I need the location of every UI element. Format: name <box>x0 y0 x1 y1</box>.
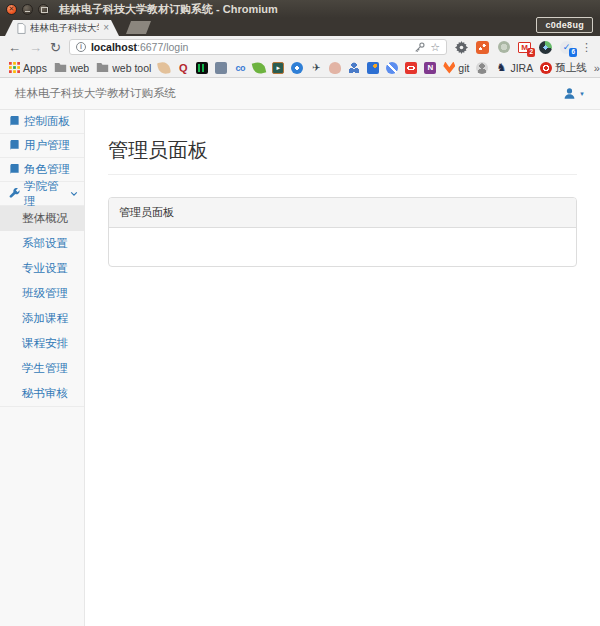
folder-icon <box>96 62 109 73</box>
quill-favicon[interactable] <box>157 61 171 75</box>
folder-label: web tool <box>112 62 151 74</box>
bookmarks-bar: Apps web web tool Q co ▸ ✈ N git ♞ <box>0 58 600 78</box>
forward-icon[interactable]: → <box>29 41 42 54</box>
sidebar-subitem-classes[interactable]: 班级管理 <box>0 281 84 306</box>
window-maximize-button[interactable] <box>38 4 49 15</box>
bookmark-preonline[interactable]: 预上线 <box>540 61 587 75</box>
preonline-label: 预上线 <box>555 61 587 75</box>
sidebar: 控制面板 用户管理 角色管理 学院管理 整体概况 系部设置 <box>0 110 85 626</box>
tasks-extension-icon[interactable]: ✓ 6 <box>560 41 573 54</box>
tri-circle-favicon[interactable] <box>348 62 360 74</box>
back-icon[interactable]: ← <box>8 41 21 54</box>
site-info-icon[interactable]: i <box>76 42 86 52</box>
window-close-button[interactable] <box>6 4 17 15</box>
browser-menu-icon[interactable]: ⋮ <box>581 41 592 54</box>
folder-icon <box>54 62 67 73</box>
overlay-badge: c0de8ug <box>536 17 593 33</box>
gitlab-fox-icon <box>443 62 455 74</box>
plane-favicon[interactable]: ✈ <box>310 62 322 74</box>
play-favicon[interactable]: ▸ <box>272 62 284 74</box>
bookmark-jira[interactable]: ♞ JIRA <box>495 62 533 74</box>
tab-strip: 桂林电子科技大学教材订购系统 × c0de8ug <box>0 18 600 36</box>
photo-favicon[interactable] <box>367 62 379 74</box>
tab-title: 桂林电子科技大学教材订购系统 <box>30 22 99 35</box>
chevron-down-icon <box>70 190 78 198</box>
sidebar-subitem-departments[interactable]: 系部设置 <box>0 231 84 256</box>
spring-leaf-favicon[interactable] <box>252 60 267 75</box>
window-minimize-button[interactable] <box>22 4 33 15</box>
password-key-icon[interactable] <box>414 42 425 53</box>
page-title: 管理员面板 <box>108 137 577 175</box>
jira-label: JIRA <box>510 62 533 74</box>
site-content: 控制面板 用户管理 角色管理 学院管理 整体概况 系部设置 <box>0 110 600 626</box>
bookmark-star-icon[interactable]: ☆ <box>430 42 440 53</box>
folder-label: web <box>70 62 89 74</box>
hand-favicon[interactable] <box>329 62 341 74</box>
sidebar-item-users[interactable]: 用户管理 <box>0 134 84 158</box>
proxy-extension-icon[interactable] <box>539 41 552 54</box>
site-brand[interactable]: 桂林电子科技大学教材订购系统 <box>15 86 176 101</box>
sidebar-submenu: 整体概况 系部设置 专业设置 班级管理 添加课程 课程安排 学生管理 秘书审核 <box>0 206 84 407</box>
admin-panel: 管理员面板 <box>108 197 577 267</box>
blue-circle-favicon[interactable] <box>291 62 303 74</box>
sidebar-subitem-majors[interactable]: 专业设置 <box>0 256 84 281</box>
panel-body <box>109 228 576 266</box>
apps-shortcut[interactable]: Apps <box>9 62 47 74</box>
onenote-favicon[interactable]: N <box>424 62 436 74</box>
sidebar-subitem-secretary-review[interactable]: 秘书审核 <box>0 381 84 406</box>
panel-heading: 管理员面板 <box>109 198 576 228</box>
bookmark-folder-webtool[interactable]: web tool <box>96 62 151 74</box>
sidebar-subitem-course-schedule[interactable]: 课程安排 <box>0 331 84 356</box>
q-favicon[interactable]: Q <box>177 62 189 74</box>
book-icon <box>9 140 20 151</box>
co-favicon[interactable]: co <box>234 62 246 74</box>
sidebar-subitem-add-course[interactable]: 添加课程 <box>0 306 84 331</box>
terminal-favicon[interactable] <box>196 62 208 74</box>
book-icon <box>9 116 20 127</box>
extension-muted-icon[interactable] <box>497 41 510 54</box>
screen: 桂林电子科技大学教材订购系统 - Chromium 桂林电子科技大学教材订购系统… <box>0 0 600 626</box>
url-text[interactable]: localhost:6677/login <box>91 41 409 53</box>
reload-icon[interactable]: ↻ <box>50 41 61 54</box>
sidebar-subitem-overview[interactable]: 整体概况 <box>0 206 84 231</box>
wrench-icon <box>9 188 20 199</box>
user-icon <box>563 87 576 100</box>
sidebar-item-dashboard[interactable]: 控制面板 <box>0 110 84 134</box>
settings-gear-icon[interactable] <box>455 41 468 54</box>
window-buttons <box>6 4 49 15</box>
sidebar-item-label: 学院管理 <box>24 179 66 209</box>
slate-favicon[interactable] <box>215 62 227 74</box>
sidebar-item-label: 控制面板 <box>24 114 70 129</box>
bookmarks-overflow-icon[interactable]: » <box>594 62 600 74</box>
site-navbar: 桂林电子科技大学教材订购系统 ▼ <box>0 78 600 110</box>
new-tab-button[interactable] <box>126 21 151 34</box>
page-icon <box>17 23 26 34</box>
oracle-favicon[interactable] <box>405 62 417 74</box>
sidebar-item-label: 用户管理 <box>24 138 70 153</box>
gmail-badge: 2 <box>527 48 535 57</box>
tab-close-icon[interactable]: × <box>103 23 109 33</box>
launch-ring-icon <box>540 62 552 74</box>
book-icon <box>9 164 20 175</box>
caret-down-icon: ▼ <box>579 91 585 97</box>
user-menu[interactable]: ▼ <box>563 87 585 100</box>
sidebar-item-college[interactable]: 学院管理 <box>0 182 84 206</box>
apps-label: Apps <box>23 62 47 74</box>
sidebar-subitem-students[interactable]: 学生管理 <box>0 356 84 381</box>
bookmark-git[interactable]: git <box>443 62 469 74</box>
person-favicon[interactable] <box>476 62 488 74</box>
git-label: git <box>458 62 469 74</box>
window-title: 桂林电子科技大学教材订购系统 - Chromium <box>59 2 278 17</box>
browser-tab[interactable]: 桂林电子科技大学教材订购系统 × <box>5 20 119 36</box>
apps-grid-icon <box>9 62 20 73</box>
window-titlebar: 桂林电子科技大学教材订购系统 - Chromium <box>0 0 600 18</box>
gmail-extension-icon[interactable]: M 2 <box>518 41 531 54</box>
url-path: :6677/login <box>137 41 188 53</box>
browser-toolbar: ← → ↻ i localhost:6677/login ☆ M 2 ✓ 6 ⋮ <box>0 36 600 58</box>
link-favicon[interactable] <box>386 62 398 74</box>
sidebar-item-label: 角色管理 <box>24 162 70 177</box>
bookmark-folder-web[interactable]: web <box>54 62 89 74</box>
extension-orange-icon[interactable] <box>476 41 489 54</box>
url-host: localhost <box>91 41 137 53</box>
address-bar[interactable]: i localhost:6677/login ☆ <box>69 39 447 55</box>
